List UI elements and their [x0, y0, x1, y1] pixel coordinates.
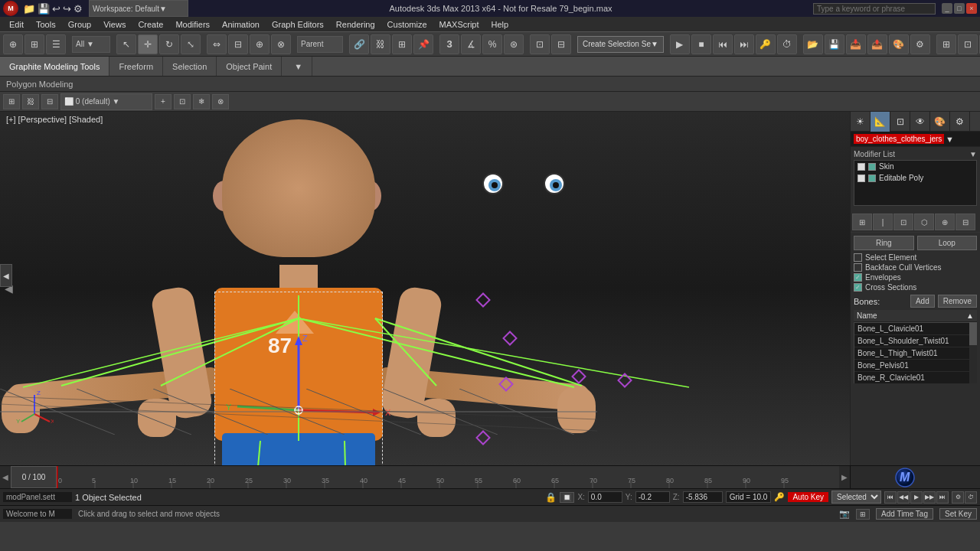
select-region-btn[interactable]: ⊞ — [24, 34, 44, 54]
scale-btn[interactable]: ⤡ — [181, 34, 201, 54]
snap-btn[interactable]: ⊕ — [250, 34, 270, 54]
create-selection-btn[interactable]: Create Selection Se ▼ — [577, 36, 664, 53]
set-key-btn[interactable]: Set Key — [939, 508, 977, 520]
bones-scrollbar[interactable] — [969, 322, 977, 383]
mirror-btn[interactable]: ⇔ — [207, 34, 227, 54]
unlink-btn[interactable]: ⛓ — [371, 34, 390, 54]
redo-icon[interactable]: ↪ — [63, 3, 71, 15]
move-btn[interactable]: ✛ — [138, 34, 158, 54]
bones-add-btn[interactable]: Add — [910, 295, 935, 308]
layer-icon[interactable]: ⊞ — [3, 94, 20, 109]
menu-group[interactable]: Group — [62, 18, 98, 31]
layer-chain-icon[interactable]: ⛓ — [22, 94, 39, 109]
panel-tab-modifier[interactable]: ⚙ — [950, 112, 970, 132]
graphite-expand-btn[interactable]: ▼ — [285, 57, 312, 76]
timeline-ruler[interactable]: 0 5 10 15 20 25 30 35 40 45 50 55 60 — [57, 466, 839, 488]
select-coordinate-btn[interactable]: ⊗ — [271, 34, 291, 54]
menu-maxscript[interactable]: MAXScript — [433, 18, 485, 31]
layer-freeze-btn[interactable]: ❄ — [193, 94, 210, 109]
panel-btn-4[interactable]: ⬡ — [914, 214, 934, 230]
modifier-skin[interactable]: Skin — [854, 161, 976, 172]
select-filter-btn[interactable]: ☰ — [46, 34, 66, 54]
extra-btn1[interactable]: ⊡ — [958, 34, 978, 54]
viewport-lock-btn[interactable]: 🔲 — [560, 492, 574, 503]
menu-modifiers[interactable]: Modifiers — [169, 18, 216, 31]
save-scene-btn[interactable]: 💾 — [825, 34, 844, 54]
add-time-tag-btn[interactable]: Add Time Tag — [876, 508, 933, 520]
next-key-btn[interactable]: ▶▶ — [923, 491, 936, 504]
align-btn[interactable]: ⊟ — [228, 34, 248, 54]
bone-item-3[interactable]: Bone_Pelvis01 — [854, 360, 976, 372]
minimize-btn[interactable]: _ — [942, 3, 952, 14]
select-btn[interactable]: ↖ — [116, 34, 136, 54]
mirror-sel-btn[interactable]: ⊟ — [551, 34, 571, 54]
panel-tab-light[interactable]: ☀ — [851, 112, 871, 132]
loop-btn[interactable]: Loop — [917, 236, 978, 250]
render-setup-btn[interactable]: ⚙ — [910, 34, 930, 54]
object-name-input[interactable]: boy_clothes_clothes_jersey — [854, 134, 944, 144]
search-input[interactable] — [813, 3, 936, 15]
modifier-dropdown-arrow[interactable]: ▼ — [969, 150, 977, 158]
undo-icon[interactable]: ↩ — [52, 3, 60, 15]
parent-dropdown[interactable]: Parent — [297, 36, 343, 53]
panel-tab-camera[interactable]: 📐 — [871, 112, 890, 132]
import-btn[interactable]: 📥 — [846, 34, 866, 54]
modifier-editable-poly[interactable]: Editable Poly — [854, 172, 976, 184]
bone-item-0[interactable]: Bone_L_Clavicle01 — [854, 323, 976, 335]
close-btn[interactable]: × — [966, 3, 977, 14]
select-element-checkbox[interactable] — [854, 253, 862, 262]
more-tools-btn[interactable]: ⊞ — [936, 34, 956, 54]
y-coord-input[interactable] — [635, 491, 670, 503]
panel-btn-6[interactable]: ⊟ — [956, 214, 975, 230]
layer-new-btn[interactable]: + — [155, 94, 172, 109]
menu-graph-editors[interactable]: Graph Editors — [266, 18, 330, 31]
export-btn[interactable]: 📤 — [867, 34, 887, 54]
settings-icon[interactable]: ⚙ — [74, 3, 83, 15]
named-sel-btn[interactable]: ⊡ — [530, 34, 550, 54]
selection-tab[interactable]: Selection — [163, 57, 217, 76]
x-coord-input[interactable] — [588, 491, 622, 503]
bone-item-4[interactable]: Bone_R_Clavicle01 — [854, 372, 976, 383]
play-btn[interactable]: ▶ — [670, 34, 690, 54]
layer-sel-btn[interactable]: ⊡ — [174, 94, 191, 109]
maximize-btn[interactable]: □ — [954, 3, 965, 14]
panel-btn-5[interactable]: ⊕ — [935, 214, 955, 230]
play-btn[interactable]: ▶ — [910, 491, 923, 504]
freeform-tab[interactable]: Freeform — [109, 57, 163, 76]
viewport[interactable]: [+] [Perspective] [Shaded] 87 — [0, 112, 850, 465]
camera-icon[interactable]: 📷 — [839, 509, 850, 519]
bones-sort-arrow[interactable]: ▲ — [966, 311, 974, 320]
layer-dropdown[interactable]: ⬜ 0 (default) ▼ — [60, 93, 152, 110]
lock-icon[interactable]: 🔒 — [545, 492, 557, 503]
cross-sections-checkbox[interactable]: ✓ — [854, 283, 862, 292]
envelopes-checkbox[interactable]: ✓ — [854, 273, 862, 282]
time-position[interactable]: 0 / 100 — [11, 466, 57, 488]
rotate-btn[interactable]: ↻ — [159, 34, 179, 54]
menu-create[interactable]: Create — [132, 18, 169, 31]
bones-scrollbar-thumb[interactable] — [969, 322, 977, 345]
filter-dropdown[interactable]: All ▼ — [72, 36, 110, 53]
key-mode-btn[interactable]: 🔑 — [756, 34, 776, 54]
prev-frame-btn[interactable]: ⏮ — [884, 491, 897, 504]
viewport-toggle-btn[interactable]: ⊞ — [856, 509, 870, 520]
menu-animation[interactable]: Animation — [216, 18, 266, 31]
panel-tab-render[interactable]: 🎨 — [930, 112, 950, 132]
bone-item-2[interactable]: Bone_L_Thigh_Twist01 — [854, 347, 976, 360]
bone-item-1[interactable]: Bone_L_Shoulder_Twist01 — [854, 335, 976, 347]
layer-extra-btn[interactable]: ⊗ — [212, 94, 229, 109]
key3-btn[interactable]: 3 — [439, 34, 459, 54]
prev-btn[interactable]: ⏮ — [713, 34, 733, 54]
menu-help[interactable]: Help — [485, 18, 515, 31]
next-frame-btn[interactable]: ⏭ — [936, 491, 949, 504]
time-cfg-btn[interactable]: ⏱ — [777, 34, 797, 54]
ring-btn[interactable]: Ring — [854, 236, 914, 250]
render-btn[interactable]: 🎨 — [889, 34, 909, 54]
menu-tools[interactable]: Tools — [30, 18, 62, 31]
viewport-expand-btn[interactable]: ◀ — [0, 264, 12, 287]
object-paint-tab[interactable]: Object Paint — [217, 57, 282, 76]
open-scene-btn[interactable]: 📂 — [803, 34, 823, 54]
stop-btn[interactable]: ■ — [691, 34, 711, 54]
key-filter-btn[interactable]: ⚙ — [952, 491, 964, 504]
menu-customize[interactable]: Customize — [381, 18, 433, 31]
backface-cull-checkbox[interactable] — [854, 263, 862, 272]
